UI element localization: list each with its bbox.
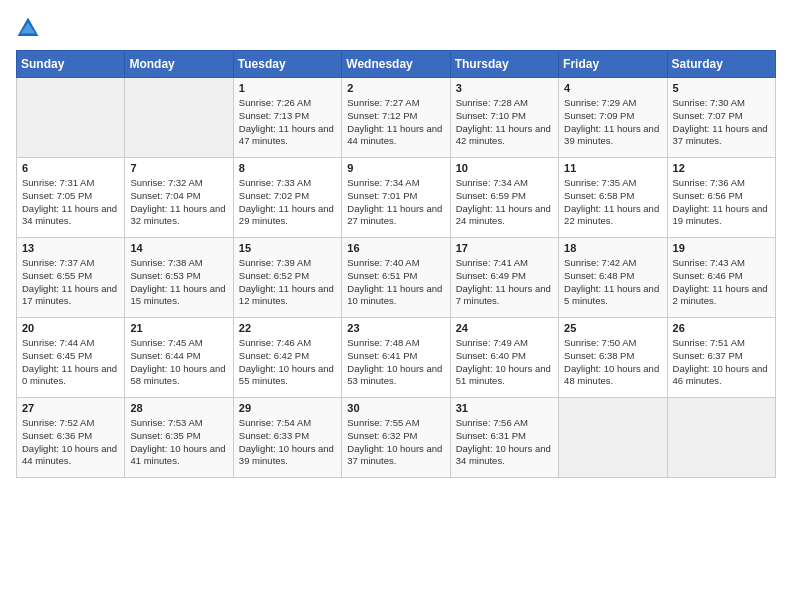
- day-number: 8: [239, 162, 336, 174]
- cell-detail: Sunrise: 7:45 AMSunset: 6:44 PMDaylight:…: [130, 337, 227, 388]
- cell-detail: Sunrise: 7:56 AMSunset: 6:31 PMDaylight:…: [456, 417, 553, 468]
- calendar-cell: 27 Sunrise: 7:52 AMSunset: 6:36 PMDaylig…: [17, 398, 125, 478]
- day-number: 30: [347, 402, 444, 414]
- calendar-cell: 13 Sunrise: 7:37 AMSunset: 6:55 PMDaylig…: [17, 238, 125, 318]
- day-number: 27: [22, 402, 119, 414]
- cell-detail: Sunrise: 7:27 AMSunset: 7:12 PMDaylight:…: [347, 97, 444, 148]
- cell-detail: Sunrise: 7:46 AMSunset: 6:42 PMDaylight:…: [239, 337, 336, 388]
- cell-detail: Sunrise: 7:50 AMSunset: 6:38 PMDaylight:…: [564, 337, 661, 388]
- day-number: 13: [22, 242, 119, 254]
- weekday-header-monday: Monday: [125, 51, 233, 78]
- day-number: 4: [564, 82, 661, 94]
- calendar-cell: 18 Sunrise: 7:42 AMSunset: 6:48 PMDaylig…: [559, 238, 667, 318]
- calendar-cell: 9 Sunrise: 7:34 AMSunset: 7:01 PMDayligh…: [342, 158, 450, 238]
- cell-detail: Sunrise: 7:28 AMSunset: 7:10 PMDaylight:…: [456, 97, 553, 148]
- day-number: 28: [130, 402, 227, 414]
- calendar-cell: 17 Sunrise: 7:41 AMSunset: 6:49 PMDaylig…: [450, 238, 558, 318]
- calendar-cell: 10 Sunrise: 7:34 AMSunset: 6:59 PMDaylig…: [450, 158, 558, 238]
- calendar-cell: 3 Sunrise: 7:28 AMSunset: 7:10 PMDayligh…: [450, 78, 558, 158]
- weekday-header-wednesday: Wednesday: [342, 51, 450, 78]
- cell-detail: Sunrise: 7:49 AMSunset: 6:40 PMDaylight:…: [456, 337, 553, 388]
- cell-detail: Sunrise: 7:34 AMSunset: 6:59 PMDaylight:…: [456, 177, 553, 228]
- day-number: 11: [564, 162, 661, 174]
- calendar-cell: 11 Sunrise: 7:35 AMSunset: 6:58 PMDaylig…: [559, 158, 667, 238]
- day-number: 10: [456, 162, 553, 174]
- cell-detail: Sunrise: 7:53 AMSunset: 6:35 PMDaylight:…: [130, 417, 227, 468]
- calendar-cell: 1 Sunrise: 7:26 AMSunset: 7:13 PMDayligh…: [233, 78, 341, 158]
- cell-detail: Sunrise: 7:48 AMSunset: 6:41 PMDaylight:…: [347, 337, 444, 388]
- day-number: 12: [673, 162, 770, 174]
- day-number: 7: [130, 162, 227, 174]
- calendar-cell: 4 Sunrise: 7:29 AMSunset: 7:09 PMDayligh…: [559, 78, 667, 158]
- cell-detail: Sunrise: 7:54 AMSunset: 6:33 PMDaylight:…: [239, 417, 336, 468]
- cell-detail: Sunrise: 7:38 AMSunset: 6:53 PMDaylight:…: [130, 257, 227, 308]
- day-number: 15: [239, 242, 336, 254]
- cell-detail: Sunrise: 7:39 AMSunset: 6:52 PMDaylight:…: [239, 257, 336, 308]
- calendar-cell: 15 Sunrise: 7:39 AMSunset: 6:52 PMDaylig…: [233, 238, 341, 318]
- day-number: 24: [456, 322, 553, 334]
- cell-detail: Sunrise: 7:41 AMSunset: 6:49 PMDaylight:…: [456, 257, 553, 308]
- week-row-4: 20 Sunrise: 7:44 AMSunset: 6:45 PMDaylig…: [17, 318, 776, 398]
- calendar-cell: 25 Sunrise: 7:50 AMSunset: 6:38 PMDaylig…: [559, 318, 667, 398]
- calendar-cell: [125, 78, 233, 158]
- calendar-cell: 22 Sunrise: 7:46 AMSunset: 6:42 PMDaylig…: [233, 318, 341, 398]
- day-number: 18: [564, 242, 661, 254]
- calendar-cell: 16 Sunrise: 7:40 AMSunset: 6:51 PMDaylig…: [342, 238, 450, 318]
- day-number: 3: [456, 82, 553, 94]
- weekday-header-friday: Friday: [559, 51, 667, 78]
- calendar-cell: 5 Sunrise: 7:30 AMSunset: 7:07 PMDayligh…: [667, 78, 775, 158]
- day-number: 19: [673, 242, 770, 254]
- calendar-cell: 6 Sunrise: 7:31 AMSunset: 7:05 PMDayligh…: [17, 158, 125, 238]
- calendar-cell: 26 Sunrise: 7:51 AMSunset: 6:37 PMDaylig…: [667, 318, 775, 398]
- calendar-cell: [17, 78, 125, 158]
- day-number: 2: [347, 82, 444, 94]
- calendar-cell: 28 Sunrise: 7:53 AMSunset: 6:35 PMDaylig…: [125, 398, 233, 478]
- week-row-2: 6 Sunrise: 7:31 AMSunset: 7:05 PMDayligh…: [17, 158, 776, 238]
- cell-detail: Sunrise: 7:30 AMSunset: 7:07 PMDaylight:…: [673, 97, 770, 148]
- calendar-cell: 7 Sunrise: 7:32 AMSunset: 7:04 PMDayligh…: [125, 158, 233, 238]
- cell-detail: Sunrise: 7:32 AMSunset: 7:04 PMDaylight:…: [130, 177, 227, 228]
- calendar-cell: 12 Sunrise: 7:36 AMSunset: 6:56 PMDaylig…: [667, 158, 775, 238]
- day-number: 20: [22, 322, 119, 334]
- day-number: 1: [239, 82, 336, 94]
- day-number: 26: [673, 322, 770, 334]
- day-number: 29: [239, 402, 336, 414]
- calendar-cell: [667, 398, 775, 478]
- day-number: 6: [22, 162, 119, 174]
- cell-detail: Sunrise: 7:29 AMSunset: 7:09 PMDaylight:…: [564, 97, 661, 148]
- cell-detail: Sunrise: 7:52 AMSunset: 6:36 PMDaylight:…: [22, 417, 119, 468]
- cell-detail: Sunrise: 7:55 AMSunset: 6:32 PMDaylight:…: [347, 417, 444, 468]
- weekday-header-tuesday: Tuesday: [233, 51, 341, 78]
- calendar-cell: 30 Sunrise: 7:55 AMSunset: 6:32 PMDaylig…: [342, 398, 450, 478]
- calendar-cell: 23 Sunrise: 7:48 AMSunset: 6:41 PMDaylig…: [342, 318, 450, 398]
- calendar-cell: 8 Sunrise: 7:33 AMSunset: 7:02 PMDayligh…: [233, 158, 341, 238]
- week-row-1: 1 Sunrise: 7:26 AMSunset: 7:13 PMDayligh…: [17, 78, 776, 158]
- cell-detail: Sunrise: 7:26 AMSunset: 7:13 PMDaylight:…: [239, 97, 336, 148]
- calendar-cell: 2 Sunrise: 7:27 AMSunset: 7:12 PMDayligh…: [342, 78, 450, 158]
- calendar-cell: 21 Sunrise: 7:45 AMSunset: 6:44 PMDaylig…: [125, 318, 233, 398]
- cell-detail: Sunrise: 7:33 AMSunset: 7:02 PMDaylight:…: [239, 177, 336, 228]
- cell-detail: Sunrise: 7:44 AMSunset: 6:45 PMDaylight:…: [22, 337, 119, 388]
- calendar-cell: 19 Sunrise: 7:43 AMSunset: 6:46 PMDaylig…: [667, 238, 775, 318]
- day-number: 9: [347, 162, 444, 174]
- cell-detail: Sunrise: 7:35 AMSunset: 6:58 PMDaylight:…: [564, 177, 661, 228]
- cell-detail: Sunrise: 7:51 AMSunset: 6:37 PMDaylight:…: [673, 337, 770, 388]
- cell-detail: Sunrise: 7:31 AMSunset: 7:05 PMDaylight:…: [22, 177, 119, 228]
- page-header: [16, 16, 776, 40]
- logo-icon: [16, 16, 40, 40]
- cell-detail: Sunrise: 7:37 AMSunset: 6:55 PMDaylight:…: [22, 257, 119, 308]
- calendar-cell: 29 Sunrise: 7:54 AMSunset: 6:33 PMDaylig…: [233, 398, 341, 478]
- cell-detail: Sunrise: 7:36 AMSunset: 6:56 PMDaylight:…: [673, 177, 770, 228]
- calendar-cell: 14 Sunrise: 7:38 AMSunset: 6:53 PMDaylig…: [125, 238, 233, 318]
- week-row-5: 27 Sunrise: 7:52 AMSunset: 6:36 PMDaylig…: [17, 398, 776, 478]
- day-number: 22: [239, 322, 336, 334]
- day-number: 21: [130, 322, 227, 334]
- calendar-cell: 20 Sunrise: 7:44 AMSunset: 6:45 PMDaylig…: [17, 318, 125, 398]
- day-number: 14: [130, 242, 227, 254]
- weekday-header-thursday: Thursday: [450, 51, 558, 78]
- day-number: 31: [456, 402, 553, 414]
- day-number: 25: [564, 322, 661, 334]
- cell-detail: Sunrise: 7:40 AMSunset: 6:51 PMDaylight:…: [347, 257, 444, 308]
- weekday-header-sunday: Sunday: [17, 51, 125, 78]
- cell-detail: Sunrise: 7:42 AMSunset: 6:48 PMDaylight:…: [564, 257, 661, 308]
